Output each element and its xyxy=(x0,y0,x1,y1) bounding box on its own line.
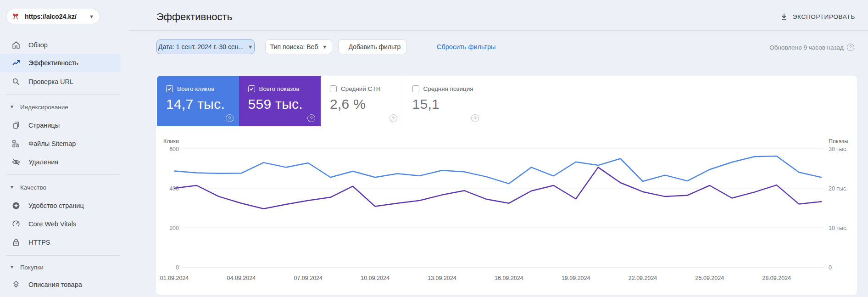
svg-text:0: 0 xyxy=(176,264,179,271)
svg-text:13.09.2024: 13.09.2024 xyxy=(428,275,456,281)
sidebar-section-quality[interactable]: ▼ Качество xyxy=(0,182,120,193)
chevron-down-icon: ▼ xyxy=(10,185,14,190)
sidebar-item-page-experience[interactable]: Удобство страниц xyxy=(0,196,120,215)
svg-text:16.09.2024: 16.09.2024 xyxy=(495,275,523,281)
sidebar-item-core-web-vitals[interactable]: Core Web Vitals xyxy=(0,215,120,233)
sitemap-icon xyxy=(11,139,21,148)
property-url: https://alco24.kz/ xyxy=(25,13,89,20)
svg-text:Клики: Клики xyxy=(163,138,179,145)
chevron-down-icon: ▼ xyxy=(89,14,94,19)
property-selector[interactable]: https://alco24.kz/ ▼ xyxy=(6,9,100,24)
sidebar-item-https[interactable]: HTTPS xyxy=(0,233,120,252)
product-snippets-icon xyxy=(11,280,21,289)
svg-text:07.09.2024: 07.09.2024 xyxy=(294,275,323,281)
performance-panel: Всего кликов 14,7 тыс. ? Всего показов 5… xyxy=(156,76,857,295)
svg-text:200: 200 xyxy=(169,225,179,231)
svg-text:01.09.2024: 01.09.2024 xyxy=(160,275,189,281)
download-icon xyxy=(780,12,788,21)
reset-filters-link[interactable]: Сбросить фильтры xyxy=(437,43,496,50)
chevron-down-icon: ▼ xyxy=(10,105,14,109)
url-inspection-icon xyxy=(11,77,21,86)
svg-text:600: 600 xyxy=(169,146,179,152)
removals-icon xyxy=(11,157,21,167)
svg-text:30 тыс.: 30 тыс. xyxy=(829,146,848,152)
svg-text:22.09.2024: 22.09.2024 xyxy=(629,275,657,281)
add-filter-button[interactable]: Добавить фильтр xyxy=(338,39,407,54)
svg-text:10.09.2024: 10.09.2024 xyxy=(361,275,389,281)
page-title: Эффективность xyxy=(156,11,232,23)
svg-text:28.09.2024: 28.09.2024 xyxy=(762,275,791,281)
sidebar-item-overview[interactable]: Обзор xyxy=(0,36,120,54)
home-icon xyxy=(11,40,21,50)
performance-icon xyxy=(11,58,21,67)
sidebar-section-indexing[interactable]: ▼ Индексирование xyxy=(0,101,120,112)
svg-text:10 тыс.: 10 тыс. xyxy=(829,225,848,231)
page-experience-icon xyxy=(11,201,21,210)
svg-text:20 тыс.: 20 тыс. xyxy=(829,185,848,192)
sidebar: https://alco24.kz/ ▼ Обзор Эффективность… xyxy=(0,0,120,297)
chevron-down-icon: ▼ xyxy=(248,45,253,50)
sidebar-divider xyxy=(6,174,120,175)
core-web-vitals-icon xyxy=(11,219,21,229)
search-console-performance-page: https://alco24.kz/ ▼ Обзор Эффективность… xyxy=(0,0,868,297)
date-filter-chip[interactable]: Дата: 1 сент. 2024 г.-30 сен... ▼ xyxy=(156,39,255,54)
sidebar-item-performance[interactable]: Эффективность xyxy=(0,54,120,72)
wine-glasses-icon xyxy=(11,11,21,22)
sidebar-item-url-inspection[interactable]: Проверка URL xyxy=(0,73,120,91)
https-icon xyxy=(11,238,21,247)
sidebar-divider xyxy=(6,94,120,95)
chevron-down-icon: ▼ xyxy=(10,265,14,269)
sidebar-item-pages[interactable]: Страницы xyxy=(0,116,120,134)
svg-text:19.09.2024: 19.09.2024 xyxy=(562,275,590,281)
svg-text:Показы: Показы xyxy=(829,138,848,145)
sidebar-item-product-snippets[interactable]: Описания товара xyxy=(0,275,120,294)
chevron-down-icon: ▼ xyxy=(322,45,327,50)
export-button[interactable]: ЭКСПОРТИРОВАТЬ xyxy=(780,12,855,21)
sidebar-section-shopping[interactable]: ▼ Покупки xyxy=(0,262,120,273)
sidebar-item-removals[interactable]: Удаления xyxy=(0,153,120,171)
svg-text:0: 0 xyxy=(829,264,832,271)
help-icon[interactable]: ? xyxy=(847,44,854,51)
pages-icon xyxy=(11,121,21,130)
performance-chart[interactable]: 0020010 тыс.40020 тыс.60030 тыс.КликиПок… xyxy=(156,76,857,295)
svg-text:04.09.2024: 04.09.2024 xyxy=(227,275,256,281)
sidebar-divider xyxy=(6,255,120,256)
search-type-filter-chip[interactable]: Тип поиска: Веб ▼ xyxy=(265,39,332,54)
header-divider xyxy=(130,30,868,31)
sidebar-item-sitemaps[interactable]: Файлы Sitemap xyxy=(0,134,120,153)
svg-text:25.09.2024: 25.09.2024 xyxy=(696,275,724,281)
last-updated-status: Обновлено 9 часов назад ? xyxy=(769,44,854,51)
